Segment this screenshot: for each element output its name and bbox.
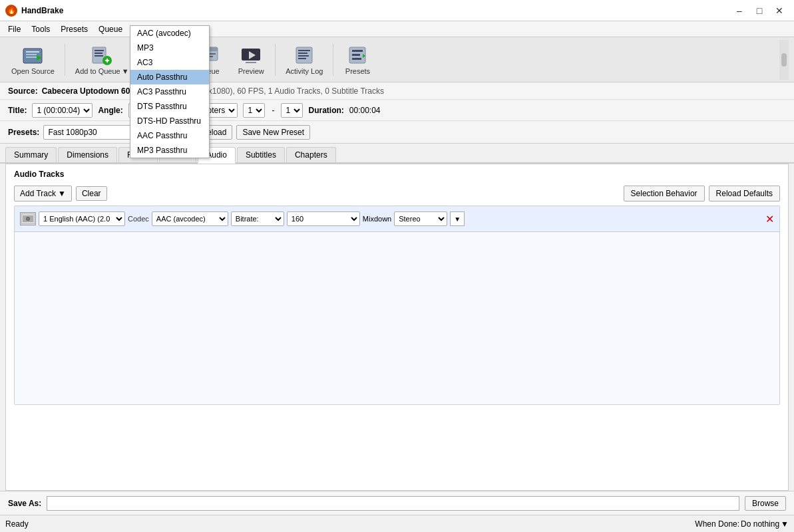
chapter-start-select[interactable]: 1 [243, 103, 265, 118]
tab-dimensions[interactable]: Dimensions [58, 147, 117, 162]
menu-presets[interactable]: Presets [55, 23, 93, 35]
status-text: Ready [5, 519, 29, 529]
close-button[interactable]: ✕ [770, 4, 789, 17]
duration-value: 00:00:04 [349, 106, 381, 115]
svg-rect-25 [352, 50, 363, 52]
svg-rect-2 [26, 54, 37, 55]
browse-button[interactable]: Browse [745, 496, 786, 511]
bitrate-value-select[interactable]: 160 [287, 211, 360, 226]
selection-behavior-button[interactable]: Selection Behavior [624, 186, 705, 201]
minimize-button[interactable]: – [730, 4, 749, 17]
toolbar-scrollbar [779, 40, 789, 80]
mixdown-select[interactable]: Stereo [394, 211, 447, 226]
menu-queue[interactable]: Queue [93, 23, 128, 35]
bitrate-select[interactable]: Bitrate: [231, 211, 284, 226]
open-source-label: Open Source [11, 67, 55, 75]
source-filename: Cabecera Uptodown 60fps [42, 86, 142, 96]
add-to-queue-icon [91, 45, 112, 66]
track-name-select[interactable]: 1 English (AAC) (2.0 [39, 211, 125, 226]
delete-track-button[interactable]: ✕ [765, 213, 774, 225]
preview-icon [240, 45, 262, 66]
app-icon: 🔥 [5, 5, 17, 17]
menu-file[interactable]: File [3, 23, 26, 35]
track-options-button[interactable]: ▼ [450, 211, 465, 226]
title-label: Title: [8, 106, 27, 115]
when-done-control[interactable]: When Done: Do nothing ▼ [695, 519, 789, 529]
reload-defaults-button[interactable]: Reload Defaults [709, 186, 780, 201]
audio-track-row: 1 English (AAC) (2.0 Codec AAC (avcodec)… [15, 206, 779, 232]
chapter-end-select[interactable]: 1 [281, 103, 303, 118]
tab-summary[interactable]: Summary [5, 147, 57, 162]
presets-icon [347, 45, 368, 66]
maximize-button[interactable]: □ [750, 4, 769, 17]
toolbar-separator-1 [65, 44, 65, 76]
source-label: Source: [8, 86, 38, 96]
svg-rect-27 [352, 58, 361, 60]
activity-log-label: Activity Log [286, 67, 323, 75]
save-as-label: Save As: [8, 499, 41, 508]
preview-button[interactable]: Preview [231, 41, 271, 78]
svg-rect-0 [23, 49, 42, 63]
toolbar-separator-3 [275, 44, 276, 76]
svg-rect-20 [298, 50, 310, 51]
open-source-button[interactable]: Open Source [5, 41, 61, 78]
when-done-label: When Done: [695, 519, 739, 529]
when-done-arrow-icon: ▼ [781, 519, 789, 529]
mixdown-label: Mixdown [363, 215, 391, 223]
toolbar-separator-4 [333, 44, 333, 76]
open-source-icon [22, 45, 43, 66]
codec-dropdown-container: AAC (avcodec) MP3 AC3 Auto Passthru AC3 … [152, 211, 228, 226]
add-track-arrow-icon: ▼ [58, 189, 66, 198]
svg-rect-3 [26, 57, 38, 58]
codec-label: Codec [128, 215, 149, 223]
svg-point-32 [27, 218, 29, 219]
app-title: HandBrake [21, 6, 63, 15]
menu-tools[interactable]: Tools [26, 23, 55, 35]
svg-rect-7 [95, 53, 102, 54]
presets-label-row: Presets: [8, 128, 39, 137]
preview-label: Preview [238, 67, 264, 75]
svg-rect-6 [95, 50, 104, 51]
activity-log-button[interactable]: Activity Log [280, 41, 329, 78]
add-track-button[interactable]: Add Track ▼ [14, 186, 72, 201]
svg-rect-26 [352, 54, 360, 56]
presets-toolbar-button[interactable]: Presets [337, 41, 377, 78]
svg-rect-23 [298, 58, 306, 59]
svg-rect-11 [106, 59, 108, 63]
when-done-value: Do nothing [741, 519, 779, 529]
track-icon [20, 212, 36, 225]
title-select[interactable]: 1 (00:00:04) [32, 103, 93, 118]
audio-tracks-label: Audio Tracks [14, 170, 780, 179]
svg-rect-1 [26, 51, 39, 53]
svg-rect-21 [298, 53, 307, 54]
save-new-preset-button[interactable]: Save New Preset [236, 125, 310, 140]
range-dash: - [272, 106, 274, 115]
svg-rect-18 [246, 62, 256, 63]
tab-subtitles[interactable]: Subtitles [237, 147, 285, 162]
add-to-queue-button[interactable]: Add to Queue ▼ [69, 41, 135, 78]
codec-select[interactable]: AAC (avcodec) MP3 AC3 Auto Passthru AC3 … [152, 211, 228, 226]
duration-label: Duration: [308, 106, 343, 115]
audio-tracks-content: 1 English (AAC) (2.0 Codec AAC (avcodec)… [14, 205, 780, 405]
clear-button[interactable]: Clear [76, 186, 107, 201]
presets-label: Presets [345, 67, 370, 75]
activity-log-icon [294, 45, 315, 66]
svg-rect-8 [95, 55, 103, 57]
tab-chapters[interactable]: Chapters [286, 147, 336, 162]
save-as-input[interactable] [47, 496, 739, 511]
add-to-queue-label: Add to Queue ▼ [75, 67, 129, 75]
angle-label: Angle: [98, 106, 122, 115]
svg-rect-22 [298, 55, 309, 57]
